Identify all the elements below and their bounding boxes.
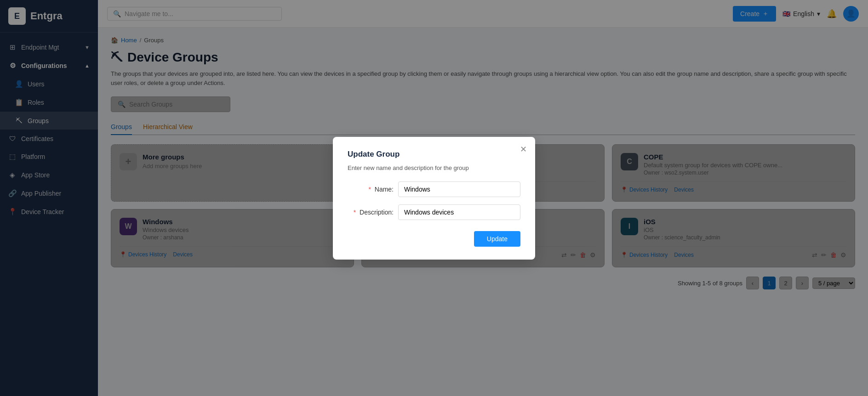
modal-description-row: * Description: — [348, 204, 520, 220]
modal-description-label: * Description: — [348, 209, 394, 216]
modal-close-button[interactable]: ✕ — [520, 144, 527, 154]
modal-name-input[interactable] — [398, 181, 520, 197]
required-asterisk-desc: * — [354, 209, 356, 216]
modal-overlay: Update Group ✕ Enter new name and descri… — [0, 0, 868, 396]
modal-footer: Update — [348, 231, 520, 247]
modal-title: Update Group — [348, 150, 520, 159]
modal-name-row: * Name: — [348, 181, 520, 197]
modal-name-label: * Name: — [348, 186, 394, 193]
update-group-modal: Update Group ✕ Enter new name and descri… — [333, 137, 535, 260]
required-asterisk: * — [368, 186, 371, 193]
modal-subtitle: Enter new name and description for the g… — [348, 164, 520, 171]
modal-description-input[interactable] — [398, 204, 520, 220]
update-button[interactable]: Update — [474, 231, 520, 247]
